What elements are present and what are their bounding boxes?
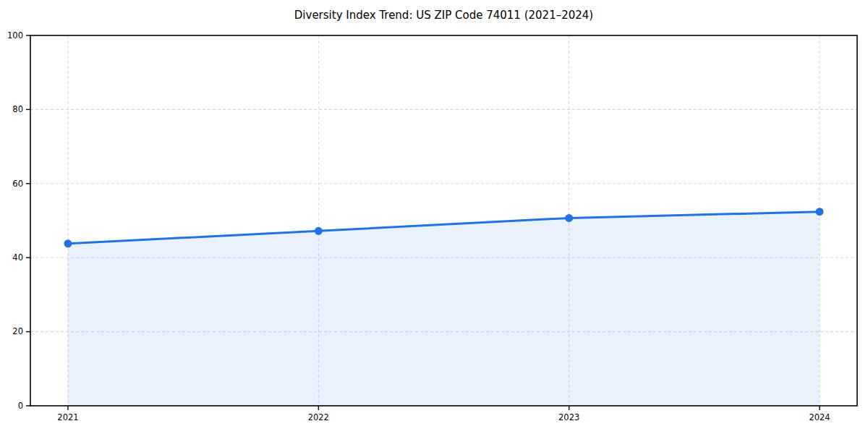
data-point — [816, 208, 824, 216]
y-tick-label: 60 — [12, 179, 23, 189]
x-tick-label: 2021 — [57, 412, 78, 422]
series-area — [68, 212, 820, 406]
x-tick-label: 2024 — [809, 412, 830, 422]
y-tick-label: 80 — [12, 104, 23, 114]
y-tick-label: 100 — [7, 30, 23, 41]
chart-figure: Diversity Index Trend: US ZIP Code 74011… — [0, 0, 868, 434]
y-tick-label: 40 — [12, 252, 23, 263]
data-point — [64, 239, 72, 247]
line-chart: 0204060801002021202220232024 — [0, 0, 868, 434]
x-tick-label: 2022 — [308, 412, 329, 422]
data-point — [315, 227, 323, 235]
x-tick-label: 2023 — [558, 412, 579, 422]
y-tick-label: 20 — [12, 326, 23, 336]
data-point — [565, 214, 573, 222]
y-tick-label: 0 — [18, 401, 23, 411]
